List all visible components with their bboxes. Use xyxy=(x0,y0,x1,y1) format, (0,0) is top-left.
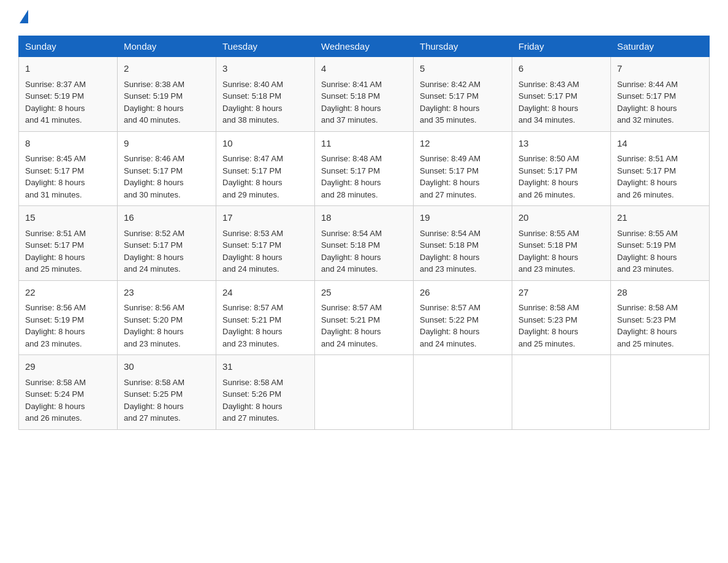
day-cell: 4Sunrise: 8:41 AMSunset: 5:18 PMDaylight… xyxy=(315,57,414,132)
day-info: Sunrise: 8:58 AMSunset: 5:23 PMDaylight:… xyxy=(617,302,703,350)
logo xyxy=(18,12,28,23)
day-number: 1 xyxy=(25,62,111,76)
day-info: Sunrise: 8:46 AMSunset: 5:17 PMDaylight:… xyxy=(124,153,210,201)
day-cell: 5Sunrise: 8:42 AMSunset: 5:17 PMDaylight… xyxy=(414,57,512,132)
day-cell: 24Sunrise: 8:57 AMSunset: 5:21 PMDayligh… xyxy=(216,280,315,355)
day-info: Sunrise: 8:56 AMSunset: 5:20 PMDaylight:… xyxy=(124,302,210,350)
header-cell-friday: Friday xyxy=(512,36,611,57)
day-cell: 8Sunrise: 8:45 AMSunset: 5:17 PMDaylight… xyxy=(19,131,118,206)
day-cell: 15Sunrise: 8:51 AMSunset: 5:17 PMDayligh… xyxy=(19,206,118,281)
day-info: Sunrise: 8:55 AMSunset: 5:18 PMDaylight:… xyxy=(518,228,604,275)
day-cell: 21Sunrise: 8:55 AMSunset: 5:19 PMDayligh… xyxy=(611,206,710,281)
day-number: 27 xyxy=(518,286,604,300)
day-info: Sunrise: 8:58 AMSunset: 5:25 PMDaylight:… xyxy=(124,377,210,424)
day-number: 23 xyxy=(124,286,210,300)
header-cell-monday: Monday xyxy=(118,36,216,57)
header-cell-wednesday: Wednesday xyxy=(315,36,414,57)
day-number: 16 xyxy=(124,211,210,225)
calendar-body: 1Sunrise: 8:37 AMSunset: 5:19 PMDaylight… xyxy=(19,57,710,430)
day-cell: 30Sunrise: 8:58 AMSunset: 5:25 PMDayligh… xyxy=(118,355,216,430)
day-number: 20 xyxy=(518,211,604,225)
calendar-table: SundayMondayTuesdayWednesdayThursdayFrid… xyxy=(18,36,710,430)
day-info: Sunrise: 8:57 AMSunset: 5:21 PMDaylight:… xyxy=(321,302,407,350)
logo-triangle-icon xyxy=(20,10,28,23)
day-info: Sunrise: 8:55 AMSunset: 5:19 PMDaylight:… xyxy=(617,228,703,275)
header-cell-tuesday: Tuesday xyxy=(216,36,315,57)
day-info: Sunrise: 8:43 AMSunset: 5:17 PMDaylight:… xyxy=(518,79,604,126)
header-cell-sunday: Sunday xyxy=(19,36,118,57)
day-info: Sunrise: 8:58 AMSunset: 5:23 PMDaylight:… xyxy=(518,302,604,350)
day-number: 29 xyxy=(25,360,111,374)
day-cell: 1Sunrise: 8:37 AMSunset: 5:19 PMDaylight… xyxy=(19,57,118,132)
day-number: 4 xyxy=(321,62,407,76)
day-cell: 9Sunrise: 8:46 AMSunset: 5:17 PMDaylight… xyxy=(118,131,216,206)
day-number: 3 xyxy=(222,62,308,76)
day-number: 10 xyxy=(222,137,308,151)
day-cell: 12Sunrise: 8:49 AMSunset: 5:17 PMDayligh… xyxy=(414,131,512,206)
week-row-5: 29Sunrise: 8:58 AMSunset: 5:24 PMDayligh… xyxy=(19,355,710,430)
day-number: 31 xyxy=(222,360,308,374)
day-cell: 19Sunrise: 8:54 AMSunset: 5:18 PMDayligh… xyxy=(414,206,512,281)
day-number: 9 xyxy=(124,137,210,151)
day-info: Sunrise: 8:58 AMSunset: 5:24 PMDaylight:… xyxy=(25,377,111,424)
logo-blue-part xyxy=(18,12,28,23)
day-number: 28 xyxy=(617,286,703,300)
day-number: 13 xyxy=(518,137,604,151)
day-info: Sunrise: 8:40 AMSunset: 5:18 PMDaylight:… xyxy=(222,79,308,126)
day-cell: 14Sunrise: 8:51 AMSunset: 5:17 PMDayligh… xyxy=(611,131,710,206)
day-number: 19 xyxy=(420,211,506,225)
header-row: SundayMondayTuesdayWednesdayThursdayFrid… xyxy=(19,36,710,57)
week-row-4: 22Sunrise: 8:56 AMSunset: 5:19 PMDayligh… xyxy=(19,280,710,355)
day-cell: 31Sunrise: 8:58 AMSunset: 5:26 PMDayligh… xyxy=(216,355,315,430)
day-info: Sunrise: 8:56 AMSunset: 5:19 PMDaylight:… xyxy=(25,302,111,350)
day-number: 21 xyxy=(617,211,703,225)
day-number: 7 xyxy=(617,62,703,76)
day-cell: 10Sunrise: 8:47 AMSunset: 5:17 PMDayligh… xyxy=(216,131,315,206)
day-cell: 28Sunrise: 8:58 AMSunset: 5:23 PMDayligh… xyxy=(611,280,710,355)
day-info: Sunrise: 8:54 AMSunset: 5:18 PMDaylight:… xyxy=(321,228,407,275)
day-info: Sunrise: 8:51 AMSunset: 5:17 PMDaylight:… xyxy=(25,228,111,275)
day-cell: 26Sunrise: 8:57 AMSunset: 5:22 PMDayligh… xyxy=(414,280,512,355)
day-number: 17 xyxy=(222,211,308,225)
day-number: 12 xyxy=(420,137,506,151)
day-info: Sunrise: 8:44 AMSunset: 5:17 PMDaylight:… xyxy=(617,79,703,126)
day-cell xyxy=(414,355,512,430)
day-cell: 6Sunrise: 8:43 AMSunset: 5:17 PMDaylight… xyxy=(512,57,611,132)
day-info: Sunrise: 8:54 AMSunset: 5:18 PMDaylight:… xyxy=(420,228,506,275)
day-info: Sunrise: 8:37 AMSunset: 5:19 PMDaylight:… xyxy=(25,79,111,126)
day-info: Sunrise: 8:51 AMSunset: 5:17 PMDaylight:… xyxy=(617,153,703,201)
day-cell: 22Sunrise: 8:56 AMSunset: 5:19 PMDayligh… xyxy=(19,280,118,355)
week-row-3: 15Sunrise: 8:51 AMSunset: 5:17 PMDayligh… xyxy=(19,206,710,281)
day-cell: 3Sunrise: 8:40 AMSunset: 5:18 PMDaylight… xyxy=(216,57,315,132)
day-cell: 29Sunrise: 8:58 AMSunset: 5:24 PMDayligh… xyxy=(19,355,118,430)
day-cell: 16Sunrise: 8:52 AMSunset: 5:17 PMDayligh… xyxy=(118,206,216,281)
day-cell: 25Sunrise: 8:57 AMSunset: 5:21 PMDayligh… xyxy=(315,280,414,355)
day-cell xyxy=(315,355,414,430)
day-info: Sunrise: 8:42 AMSunset: 5:17 PMDaylight:… xyxy=(420,79,506,126)
day-number: 18 xyxy=(321,211,407,225)
day-info: Sunrise: 8:45 AMSunset: 5:17 PMDaylight:… xyxy=(25,153,111,201)
day-cell: 2Sunrise: 8:38 AMSunset: 5:19 PMDaylight… xyxy=(118,57,216,132)
day-info: Sunrise: 8:49 AMSunset: 5:17 PMDaylight:… xyxy=(420,153,506,201)
day-cell: 13Sunrise: 8:50 AMSunset: 5:17 PMDayligh… xyxy=(512,131,611,206)
day-number: 24 xyxy=(222,286,308,300)
header-cell-thursday: Thursday xyxy=(414,36,512,57)
day-number: 2 xyxy=(124,62,210,76)
day-cell: 20Sunrise: 8:55 AMSunset: 5:18 PMDayligh… xyxy=(512,206,611,281)
day-number: 25 xyxy=(321,286,407,300)
day-cell: 7Sunrise: 8:44 AMSunset: 5:17 PMDaylight… xyxy=(611,57,710,132)
day-number: 22 xyxy=(25,286,111,300)
day-cell: 17Sunrise: 8:53 AMSunset: 5:17 PMDayligh… xyxy=(216,206,315,281)
day-number: 14 xyxy=(617,137,703,151)
day-cell xyxy=(611,355,710,430)
day-cell: 11Sunrise: 8:48 AMSunset: 5:17 PMDayligh… xyxy=(315,131,414,206)
day-number: 11 xyxy=(321,137,407,151)
week-row-2: 8Sunrise: 8:45 AMSunset: 5:17 PMDaylight… xyxy=(19,131,710,206)
day-info: Sunrise: 8:48 AMSunset: 5:17 PMDaylight:… xyxy=(321,153,407,201)
day-cell: 27Sunrise: 8:58 AMSunset: 5:23 PMDayligh… xyxy=(512,280,611,355)
day-info: Sunrise: 8:50 AMSunset: 5:17 PMDaylight:… xyxy=(518,153,604,201)
day-number: 6 xyxy=(518,62,604,76)
day-info: Sunrise: 8:41 AMSunset: 5:18 PMDaylight:… xyxy=(321,79,407,126)
day-info: Sunrise: 8:58 AMSunset: 5:26 PMDaylight:… xyxy=(222,377,308,424)
day-info: Sunrise: 8:53 AMSunset: 5:17 PMDaylight:… xyxy=(222,228,308,275)
